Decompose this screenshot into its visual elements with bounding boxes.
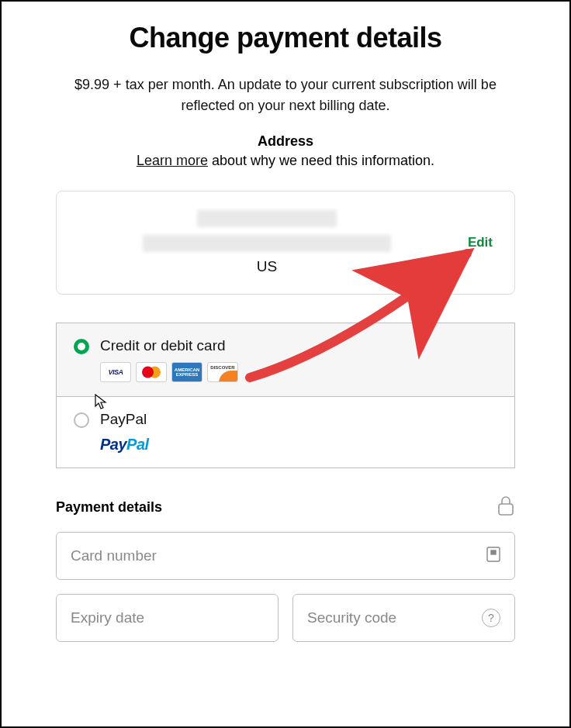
payment-details-heading: Payment details <box>56 499 162 516</box>
lock-icon <box>497 495 515 519</box>
payment-method-paypal-label: PayPal <box>100 411 149 428</box>
address-learn-line: Learn more about why we need this inform… <box>56 153 515 169</box>
paypal-icon: PayPal <box>100 436 149 454</box>
payment-method-card-label: Credit or debit card <box>100 337 238 354</box>
address-line-redacted-1 <box>197 210 337 227</box>
card-number-input[interactable]: Card number <box>56 532 515 580</box>
security-code-help-icon[interactable]: ? <box>482 609 500 627</box>
address-line-redacted-2 <box>143 235 391 252</box>
radio-paypal[interactable] <box>74 412 89 428</box>
expiry-date-placeholder: Expiry date <box>71 609 144 626</box>
security-code-input[interactable]: Security code ? <box>292 594 515 642</box>
svg-rect-0 <box>499 504 513 515</box>
page-title: Change payment details <box>56 22 515 54</box>
payment-method-paypal[interactable]: PayPal PayPal <box>57 397 514 468</box>
expiry-date-input[interactable]: Expiry date <box>56 594 279 642</box>
radio-card[interactable] <box>74 339 89 354</box>
card-number-placeholder: Card number <box>71 547 157 564</box>
address-country: US <box>78 258 455 275</box>
edit-address-button[interactable]: Edit <box>468 235 493 250</box>
amex-icon: AMERICANEXPRESS <box>171 362 202 382</box>
payment-method-group: Credit or debit card VISA AMERICANEXPRES… <box>56 323 515 468</box>
subscription-summary: $9.99 + tax per month. An update to your… <box>56 74 515 116</box>
address-heading: Address <box>56 133 515 150</box>
learn-more-link[interactable]: Learn more <box>137 153 208 168</box>
mastercard-icon <box>136 362 167 382</box>
learn-more-rest: about why we need this information. <box>208 153 434 168</box>
security-code-placeholder: Security code <box>307 609 396 626</box>
card-chip-icon <box>486 547 500 566</box>
visa-icon: VISA <box>100 362 131 382</box>
payment-method-card[interactable]: Credit or debit card VISA AMERICANEXPRES… <box>57 323 514 397</box>
discover-icon: DISCOVER <box>207 362 238 382</box>
card-brand-logos: VISA AMERICANEXPRESS DISCOVER <box>100 362 238 382</box>
address-card: US Edit <box>56 191 515 295</box>
svg-rect-2 <box>491 550 496 554</box>
